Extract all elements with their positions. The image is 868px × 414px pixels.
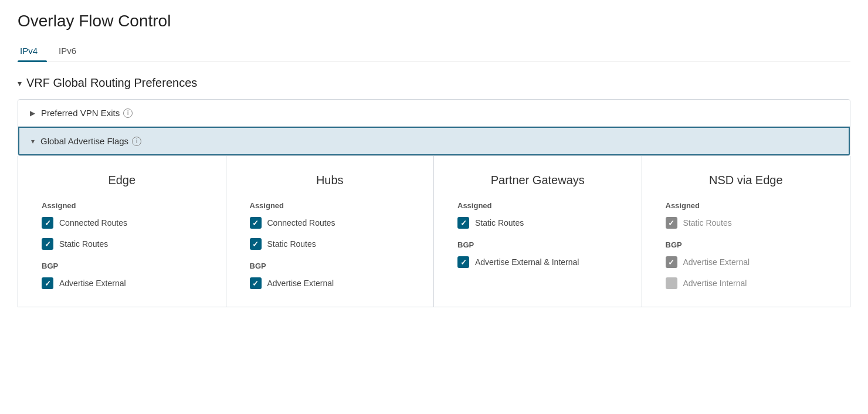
nsd-advertise-internal-row: Advertise Internal — [666, 277, 827, 289]
nsd-bgp-group: BGP ✓ Advertise External Advertise Inter… — [666, 240, 827, 289]
checkmark-icon: ✓ — [45, 219, 51, 227]
preferred-vpn-row[interactable]: ▶ Preferred VPN Exits i — [18, 100, 850, 127]
partner-gateways-column: Partner Gateways Assigned ✓ Static Route… — [434, 156, 642, 307]
edge-advertise-external-checkbox[interactable]: ✓ — [42, 277, 53, 289]
checkmark-icon: ✓ — [252, 280, 259, 287]
nsd-advertise-external-row: ✓ Advertise External — [666, 256, 827, 268]
hubs-assigned-label: Assigned — [250, 201, 411, 210]
partner-gateways-title: Partner Gateways — [457, 174, 618, 187]
section-title: VRF Global Routing Preferences — [26, 76, 197, 90]
nsd-advertise-external-checkbox[interactable]: ✓ — [666, 256, 677, 268]
pg-static-routes-row: ✓ Static Routes — [457, 217, 618, 229]
nsd-assigned-group: Assigned ✓ Static Routes — [666, 201, 827, 229]
edge-connected-routes-label: Connected Routes — [59, 218, 127, 228]
preferred-vpn-label: Preferred VPN Exits — [41, 108, 120, 118]
nsd-static-routes-checkbox[interactable]: ✓ — [666, 217, 677, 229]
global-advertise-chevron-icon: ▾ — [31, 137, 35, 145]
nsd-static-routes-label: Static Routes — [683, 218, 732, 228]
hubs-bgp-label: BGP — [250, 262, 411, 270]
edge-assigned-group: Assigned ✓ Connected Routes ✓ Static Rou… — [42, 201, 202, 250]
edge-connected-routes-checkbox[interactable]: ✓ — [42, 217, 53, 229]
tabs-bar: IPv4 IPv6 — [18, 41, 850, 62]
pg-bgp-label: BGP — [457, 240, 618, 249]
global-advertise-row[interactable]: ▾ Global Advertise Flags i — [18, 127, 850, 155]
edge-connected-routes-row: ✓ Connected Routes — [42, 217, 202, 229]
hubs-static-routes-checkbox[interactable]: ✓ — [250, 238, 262, 250]
hubs-connected-routes-checkbox[interactable]: ✓ — [250, 217, 262, 229]
nsd-bgp-label: BGP — [666, 240, 827, 249]
pg-assigned-group: Assigned ✓ Static Routes — [457, 201, 618, 229]
edge-column: Edge Assigned ✓ Connected Routes ✓ Stati… — [18, 156, 226, 307]
checkmark-icon: ✓ — [460, 259, 467, 266]
nsd-column: NSD via Edge Assigned ✓ Static Routes BG… — [642, 156, 850, 307]
section-header: ▾ VRF Global Routing Preferences — [18, 76, 850, 90]
hubs-advertise-external-row: ✓ Advertise External — [250, 277, 411, 289]
edge-advertise-external-row: ✓ Advertise External — [42, 277, 202, 289]
hubs-bgp-group: BGP ✓ Advertise External — [250, 262, 411, 289]
routing-panel: ▶ Preferred VPN Exits i ▾ Global Adverti… — [18, 99, 850, 156]
checkmark-icon: ✓ — [668, 219, 674, 227]
pg-advertise-ext-int-checkbox[interactable]: ✓ — [457, 256, 469, 268]
pg-bgp-group: BGP ✓ Advertise External & Internal — [457, 240, 618, 268]
edge-advertise-external-label: Advertise External — [59, 279, 126, 288]
page-container: Overlay Flow Control IPv4 IPv6 ▾ VRF Glo… — [0, 0, 868, 319]
preferred-vpn-chevron-icon: ▶ — [30, 109, 35, 117]
edge-static-routes-label: Static Routes — [59, 239, 108, 249]
edge-assigned-label: Assigned — [42, 201, 202, 210]
pg-advertise-ext-int-label: Advertise External & Internal — [475, 257, 579, 267]
section-chevron-icon[interactable]: ▾ — [18, 79, 22, 88]
nsd-assigned-label: Assigned — [666, 201, 827, 210]
hubs-advertise-external-checkbox[interactable]: ✓ — [250, 277, 262, 289]
checkmark-icon: ✓ — [668, 259, 674, 266]
nsd-advertise-internal-checkbox[interactable] — [666, 277, 677, 289]
edge-title: Edge — [42, 174, 202, 187]
hubs-assigned-group: Assigned ✓ Connected Routes ✓ Static Rou… — [250, 201, 411, 250]
edge-static-routes-checkbox[interactable]: ✓ — [42, 238, 53, 250]
pg-advertise-ext-int-row: ✓ Advertise External & Internal — [457, 256, 618, 268]
checkmark-icon: ✓ — [460, 219, 467, 227]
hubs-static-routes-label: Static Routes — [267, 239, 316, 249]
pg-static-routes-label: Static Routes — [475, 218, 524, 228]
hubs-static-routes-row: ✓ Static Routes — [250, 238, 411, 250]
checkmark-icon: ✓ — [45, 280, 51, 287]
checkmark-icon: ✓ — [252, 240, 259, 248]
edge-static-routes-row: ✓ Static Routes — [42, 238, 202, 250]
nsd-title: NSD via Edge — [666, 174, 827, 187]
checkmark-icon: ✓ — [45, 240, 51, 248]
global-advertise-info-icon[interactable]: i — [132, 137, 141, 146]
hubs-title: Hubs — [250, 174, 411, 187]
hubs-column: Hubs Assigned ✓ Connected Routes ✓ Stati… — [226, 156, 435, 307]
columns-grid: Edge Assigned ✓ Connected Routes ✓ Stati… — [18, 156, 850, 307]
pg-assigned-label: Assigned — [457, 201, 618, 210]
nsd-advertise-external-label: Advertise External — [683, 257, 750, 267]
pg-static-routes-checkbox[interactable]: ✓ — [457, 217, 469, 229]
nsd-static-routes-row: ✓ Static Routes — [666, 217, 827, 229]
tab-ipv6[interactable]: IPv6 — [56, 41, 86, 62]
edge-bgp-group: BGP ✓ Advertise External — [42, 262, 202, 289]
hubs-connected-routes-row: ✓ Connected Routes — [250, 217, 411, 229]
checkmark-icon: ✓ — [252, 219, 259, 227]
tab-ipv4[interactable]: IPv4 — [18, 41, 47, 62]
preferred-vpn-info-icon[interactable]: i — [123, 108, 133, 118]
nsd-advertise-internal-label: Advertise Internal — [683, 279, 747, 288]
hubs-connected-routes-label: Connected Routes — [267, 218, 335, 228]
edge-bgp-label: BGP — [42, 262, 202, 270]
page-title: Overlay Flow Control — [18, 12, 850, 30]
global-advertise-label: Global Advertise Flags — [40, 136, 128, 146]
hubs-advertise-external-label: Advertise External — [267, 279, 334, 288]
